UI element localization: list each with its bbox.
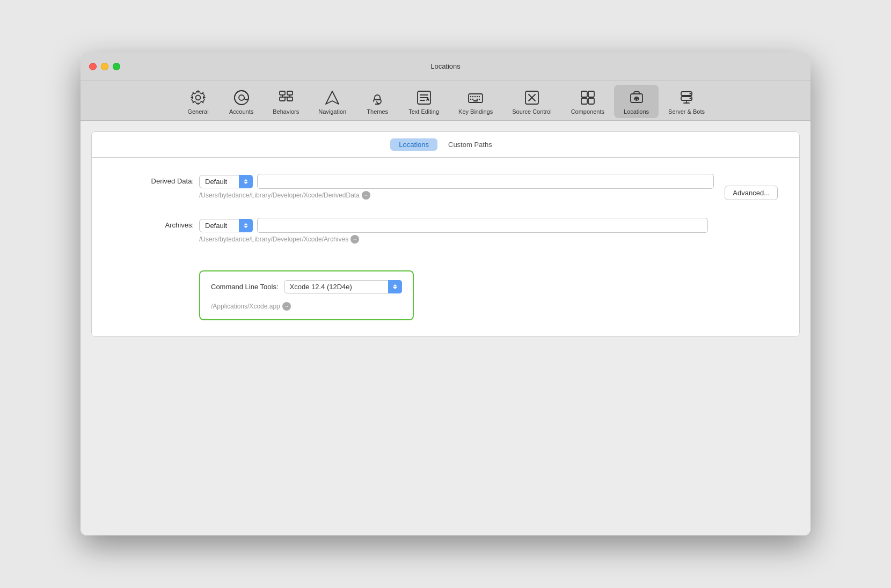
content-area: Locations Custom Paths Derived Data:: [81, 121, 810, 535]
brush-icon: [368, 88, 387, 107]
archives-path-arrow[interactable]: →: [350, 235, 359, 244]
behaviors-icon: [276, 88, 296, 107]
svg-point-0: [196, 95, 201, 100]
toolbar-item-behaviors[interactable]: Behaviors: [263, 85, 309, 118]
toolbar-item-source-control[interactable]: Source Control: [502, 85, 561, 118]
toolbar-label-general: General: [187, 108, 208, 115]
toolbar-label-behaviors: Behaviors: [273, 108, 299, 115]
textediting-icon: [414, 88, 434, 107]
clt-path: /Applications/Xcode.app →: [211, 302, 291, 311]
toolbar-label-components: Components: [571, 108, 604, 115]
toolbar-item-server-bots[interactable]: Server & Bots: [659, 85, 714, 118]
keyboard-icon: [466, 88, 485, 107]
toolbar-label-accounts: Accounts: [229, 108, 253, 115]
advanced-button[interactable]: Advanced...: [725, 186, 778, 200]
svg-rect-32: [588, 91, 594, 97]
svg-rect-5: [280, 97, 285, 101]
derived-data-label: Derived Data:: [113, 174, 199, 185]
svg-point-41: [690, 93, 691, 94]
clt-path-arrow[interactable]: →: [282, 302, 291, 311]
clt-select-wrapper: Xcode 12.4 (12D4e): [284, 280, 402, 293]
toolbar-item-text-editing[interactable]: Text Editing: [399, 85, 449, 118]
derived-data-select[interactable]: Default: [199, 175, 253, 188]
toolbar-label-server-bots: Server & Bots: [668, 108, 705, 115]
svg-rect-4: [287, 91, 293, 95]
sourcecontrol-icon: [522, 88, 542, 107]
archives-path-text: /Users/bytedance/Library/Developer/Xcode…: [199, 236, 348, 243]
toolbar-item-locations[interactable]: Locations: [614, 85, 659, 118]
close-button[interactable]: [89, 63, 97, 70]
server-icon: [677, 88, 696, 107]
minimize-button[interactable]: [101, 63, 108, 70]
svg-rect-34: [588, 98, 594, 104]
toolbar-item-general[interactable]: General: [177, 85, 220, 118]
toolbar-item-themes[interactable]: Themes: [356, 85, 399, 118]
toolbar-item-components[interactable]: Components: [561, 85, 614, 118]
derived-data-path-text: /Users/bytedance/Library/Developer/Xcode…: [199, 192, 360, 199]
toolbar-item-key-bindings[interactable]: Key Bindings: [449, 85, 502, 118]
derived-data-path-arrow[interactable]: →: [362, 191, 370, 200]
archives-select-wrapper: Default: [199, 219, 253, 232]
archives-path: /Users/bytedance/Library/Developer/Xcode…: [199, 235, 708, 244]
toolbar-item-navigation[interactable]: Navigation: [309, 85, 356, 118]
clt-select[interactable]: Xcode 12.4 (12D4e): [284, 280, 402, 293]
titlebar: Locations: [81, 53, 810, 80]
toolbar-item-accounts[interactable]: Accounts: [220, 85, 263, 118]
archives-controls: Default: [199, 218, 708, 244]
window-title: Locations: [430, 62, 461, 70]
maximize-button[interactable]: [113, 63, 120, 70]
svg-rect-31: [581, 91, 587, 97]
svg-rect-6: [287, 97, 293, 101]
archives-input[interactable]: [257, 218, 708, 233]
navigation-icon: [323, 88, 342, 107]
panel-content: Derived Data: Default: [92, 158, 799, 336]
toolbar: General Accounts: [81, 80, 810, 121]
tab-locations[interactable]: Locations: [390, 138, 437, 151]
derived-data-path: /Users/bytedance/Library/Developer/Xcode…: [199, 191, 714, 200]
archives-select[interactable]: Default: [199, 219, 253, 232]
toolbar-label-locations: Locations: [624, 108, 649, 115]
tabs-bar: Locations Custom Paths: [92, 132, 799, 158]
locations-panel: Locations Custom Paths Derived Data:: [91, 131, 800, 337]
toolbar-label-themes: Themes: [367, 108, 388, 115]
command-line-tools-box: Command Line Tools: Xcode 12.4 (12D4e): [199, 270, 414, 320]
toolbar-label-source-control: Source Control: [512, 108, 551, 115]
svg-point-2: [239, 95, 244, 100]
derived-data-controls: Default: [199, 174, 714, 200]
derived-data-select-wrapper: Default: [199, 175, 253, 188]
clt-inner: Command Line Tools: Xcode 12.4 (12D4e): [211, 280, 402, 293]
clt-label: Command Line Tools:: [211, 283, 279, 291]
at-icon: [232, 88, 251, 107]
toolbar-label-navigation: Navigation: [318, 108, 346, 115]
svg-marker-10: [326, 91, 339, 104]
tab-custom-paths[interactable]: Custom Paths: [440, 138, 501, 151]
app-window: Locations General Accounts: [81, 53, 810, 535]
svg-rect-33: [581, 98, 587, 104]
derived-data-input[interactable]: [257, 174, 714, 189]
svg-point-42: [690, 98, 691, 99]
titlebar-controls: [89, 63, 120, 70]
svg-rect-3: [280, 91, 285, 95]
components-icon: [578, 88, 597, 107]
toolbar-label-key-bindings: Key Bindings: [458, 108, 493, 115]
clt-path-text: /Applications/Xcode.app: [211, 303, 280, 310]
gear-icon: [188, 88, 208, 107]
toolbar-label-text-editing: Text Editing: [408, 108, 439, 115]
archives-label: Archives:: [113, 218, 199, 229]
locations-icon: [627, 88, 646, 107]
